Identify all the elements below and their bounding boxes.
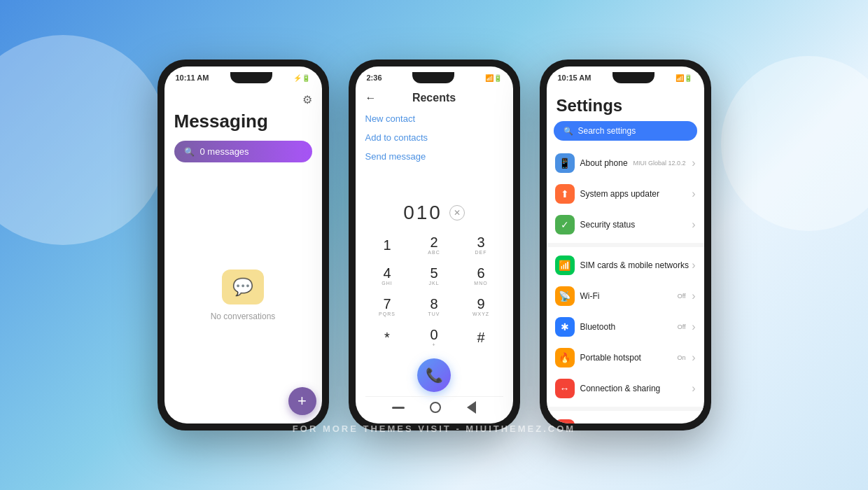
hotspot-title: Portable hotspot <box>580 353 678 363</box>
updater-content: System apps updater <box>580 189 696 199</box>
nav-home-icon[interactable] <box>430 402 441 413</box>
notch-3 <box>612 72 654 83</box>
status-bar-3: 10:15 AM 📶🔋 <box>547 66 704 86</box>
divider-1 <box>547 243 704 247</box>
divider-2 <box>547 407 704 411</box>
sharing-title: Connection & sharing <box>580 384 696 393</box>
key-8[interactable]: 8TUV <box>412 293 456 321</box>
about-icon: 📱 <box>555 153 575 173</box>
dialer-header: ← Recents <box>365 92 503 104</box>
search-text-msg: 0 messages <box>200 146 249 157</box>
about-title: About phone <box>580 158 634 168</box>
empty-state: 💬 No conversations <box>174 174 312 416</box>
status-icons-2: 📶🔋 <box>485 74 502 82</box>
add-to-contacts-btn[interactable]: Add to contacts <box>365 129 503 146</box>
time-1: 10:11 AM <box>176 74 209 82</box>
settings-item-about[interactable]: 📱 About phone MIUI Global 12.0.2 <box>547 148 704 178</box>
key-4[interactable]: 4GHI <box>365 262 410 290</box>
number-display: 010 ✕ <box>365 202 503 224</box>
settings-item-updater[interactable]: ⬆ System apps updater <box>547 178 704 209</box>
bg-blob-right <box>721 56 868 231</box>
notch-2 <box>412 72 454 83</box>
bg-blob-left <box>0 35 168 245</box>
nav-square-icon[interactable] <box>392 407 405 409</box>
settings-item-hotspot[interactable]: 🔥 Portable hotspot On <box>547 342 704 373</box>
settings-list: 📱 About phone MIUI Global 12.0.2 ⬆ Syste… <box>547 148 704 424</box>
settings-item-wifi[interactable]: 📡 Wi-Fi Off <box>547 281 704 312</box>
updater-title: System apps updater <box>580 189 696 199</box>
call-button[interactable]: 📞 <box>417 358 451 392</box>
bluetooth-content: Bluetooth <box>580 322 678 332</box>
send-message-btn[interactable]: Send message <box>365 148 503 165</box>
updater-icon: ⬆ <box>555 184 575 204</box>
bluetooth-icon: ✱ <box>555 317 575 337</box>
notch-1 <box>230 72 272 83</box>
key-0[interactable]: 0+ <box>412 323 456 351</box>
signal-icon: 📶🔋 <box>485 74 502 82</box>
settings-content: Settings 🔍 Search settings 📱 About phone… <box>547 86 704 424</box>
settings-title: Settings <box>547 92 704 121</box>
dialer-title: Recents <box>412 92 456 104</box>
new-contact-btn[interactable]: New contact <box>365 110 503 127</box>
dialer-content: ← Recents New contact Add to contacts Se… <box>356 86 513 424</box>
dialer-actions: New contact Add to contacts Send message <box>365 110 503 165</box>
settings-search-bar[interactable]: 🔍 Search settings <box>554 121 697 141</box>
wifi-content: Wi-Fi <box>580 291 678 301</box>
clear-button[interactable]: ✕ <box>449 205 465 220</box>
security-content: Security status <box>580 220 696 230</box>
wifi-title: Wi-Fi <box>580 291 678 301</box>
status-bar-1: 10:11 AM ⚡🔋 <box>164 66 322 86</box>
status-icons-1: ⚡🔋 <box>293 74 310 82</box>
settings-screen-wrap: 10:15 AM 📶🔋 Settings 🔍 Search settings 📱 <box>547 66 704 424</box>
key-9[interactable]: 9WXYZ <box>459 293 503 321</box>
sim-content: SIM cards & mobile networks <box>580 260 696 270</box>
dialed-number: 010 <box>403 202 442 224</box>
settings-item-sim[interactable]: 📶 SIM cards & mobile networks <box>547 250 704 281</box>
dialer-screen-wrap: 2:36 📶🔋 ← Recents New contact Add to con… <box>356 66 513 424</box>
gear-icon[interactable]: ⚙ <box>302 93 312 106</box>
key-star[interactable]: * <box>365 323 410 351</box>
empty-icon: 💬 <box>222 270 264 304</box>
time-3: 10:15 AM <box>558 74 592 82</box>
bluetooth-title: Bluetooth <box>580 322 678 332</box>
status-icons-3: 📶🔋 <box>676 74 692 82</box>
about-content: About phone <box>580 158 634 168</box>
bluetooth-badge: Off <box>678 323 686 330</box>
phone-dialer: 2:36 📶🔋 ← Recents New contact Add to con… <box>349 59 520 430</box>
settings-item-bluetooth[interactable]: ✱ Bluetooth Off <box>547 312 704 342</box>
key-6[interactable]: 6MNO <box>459 262 503 290</box>
time-2: 2:36 <box>367 74 382 82</box>
key-hash[interactable]: # <box>459 323 503 351</box>
sharing-content: Connection & sharing <box>580 384 696 393</box>
messaging-search-bar[interactable]: 🔍 0 messages <box>174 141 312 162</box>
key-7[interactable]: 7PQRS <box>365 293 410 321</box>
back-button[interactable]: ← <box>365 92 377 104</box>
wifi-icon: 📡 <box>555 286 575 306</box>
messaging-screen: 10:11 AM ⚡🔋 ⚙ Messaging 🔍 0 messages 💬 N… <box>164 66 322 424</box>
watermark: FOR MORE THEMES VISIT - MIUITHEMEZ.COM <box>293 424 575 434</box>
search-icon-msg: 🔍 <box>184 147 195 157</box>
status-bar-2: 2:36 📶🔋 <box>356 66 513 86</box>
key-5[interactable]: 5JKL <box>412 262 456 290</box>
keypad: 1 2ABC 3DEF 4GHI 5JKL 6MNO 7PQRS 8TUV 9W… <box>365 231 503 351</box>
settings-item-security[interactable]: ✓ Security status <box>547 209 704 240</box>
search-text-settings: Search settings <box>578 126 636 136</box>
hotspot-content: Portable hotspot <box>580 353 678 363</box>
settings-item-lock[interactable]: 🔒 Lock screen <box>547 414 704 424</box>
key-2[interactable]: 2ABC <box>412 231 456 259</box>
phone-settings: 10:15 AM 📶🔋 Settings 🔍 Search settings 📱 <box>540 59 711 430</box>
key-1[interactable]: 1 <box>365 231 410 259</box>
about-badge: MIUI Global 12.0.2 <box>633 160 685 167</box>
msg-header: ⚙ <box>174 93 312 106</box>
key-3[interactable]: 3DEF <box>459 231 503 259</box>
sharing-icon: ↔ <box>555 379 575 398</box>
security-title: Security status <box>580 220 696 230</box>
nav-back-icon[interactable] <box>467 401 476 414</box>
wifi-badge: Off <box>678 293 686 300</box>
fab-button[interactable]: + <box>288 387 316 415</box>
settings-item-sharing[interactable]: ↔ Connection & sharing <box>547 373 704 404</box>
wifi-status-icon: 📶🔋 <box>676 74 692 82</box>
nav-bar <box>365 396 503 418</box>
sim-title: SIM cards & mobile networks <box>580 260 696 270</box>
dialer-spacer <box>365 174 503 202</box>
